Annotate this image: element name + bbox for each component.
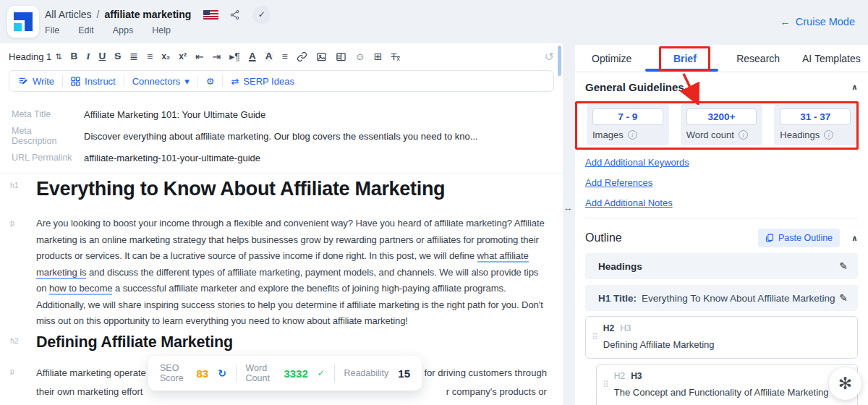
- app-logo[interactable]: [7, 6, 39, 38]
- outline-headings-row[interactable]: Headings ✎: [585, 253, 858, 279]
- outline-card-h2[interactable]: ⠿ H2 H3 Defining Affiliate Marketing: [585, 316, 858, 359]
- word-count-target-input[interactable]: 3200+: [686, 108, 757, 125]
- ordered-list-button[interactable]: ≣: [129, 51, 138, 61]
- info-icon[interactable]: i: [628, 130, 637, 140]
- highlight-button[interactable]: A: [265, 51, 273, 61]
- edit-pencil-icon[interactable]: ✎: [839, 260, 848, 272]
- h2-level-toggle[interactable]: H2: [614, 371, 625, 381]
- outline-card-title[interactable]: Defining Affiliate Marketing: [603, 339, 848, 350]
- breadcrumb-all-articles[interactable]: All Articles: [45, 9, 92, 20]
- headings-range-input[interactable]: 31 - 37: [780, 108, 851, 125]
- guideline-card-headings: 31 - 37 Headings i: [774, 104, 856, 145]
- outline-card-title[interactable]: The Concept and Functionality of Affilia…: [614, 387, 848, 398]
- link-button[interactable]: [297, 51, 307, 62]
- menu-file[interactable]: File: [45, 25, 59, 35]
- outline-h1-title-row[interactable]: H1 Title: Everything To Know About Affil…: [585, 285, 858, 311]
- drag-handle-icon[interactable]: ⠿: [603, 380, 609, 390]
- h2-block-marker: h2: [0, 333, 36, 351]
- menu-edit[interactable]: Edit: [78, 25, 94, 35]
- h3-level-toggle[interactable]: H3: [631, 371, 642, 381]
- gear-icon: ⚙: [206, 76, 215, 87]
- breadcrumb-document-title[interactable]: affiliate marketing: [104, 9, 191, 20]
- openai-chatgpt-button[interactable]: ✻: [829, 367, 861, 400]
- info-icon[interactable]: i: [824, 130, 833, 140]
- p2-text: Affiliate marketing operate: [36, 364, 146, 383]
- settings-button[interactable]: ⚙: [206, 76, 215, 87]
- superscript-button[interactable]: x²: [179, 52, 187, 61]
- block-format-select[interactable]: Heading 1 ⇅: [9, 51, 62, 62]
- document-h1[interactable]: Everything to Know About Affiliate Marke…: [36, 178, 445, 200]
- instruct-icon: [71, 77, 80, 86]
- meta-title-value[interactable]: Affiliate Marketing 101: Your Ultimate G…: [72, 109, 265, 120]
- meta-title-row[interactable]: Meta Title Affiliate Marketing 101: Your…: [0, 103, 563, 125]
- align-button[interactable]: ≡: [281, 51, 287, 61]
- guideline-card-images: 7 - 9 Images i: [587, 104, 669, 145]
- tab-ai-templates[interactable]: AI Templates: [795, 45, 868, 72]
- inline-link-how-to-become[interactable]: how to become: [49, 283, 113, 295]
- panel-resize-handle[interactable]: ↔: [562, 202, 574, 213]
- ai-toolbar: Write Instruct Connectors ▾ ⚙ ⇄ SERP Ide…: [9, 70, 554, 92]
- paste-outline-button[interactable]: Paste Outline: [758, 229, 840, 247]
- url-permalink-value[interactable]: affiliate-marketing-101-your-ultimate-gu…: [72, 153, 260, 163]
- video-embed-button[interactable]: [336, 51, 346, 62]
- readability-label: Readability: [344, 368, 388, 378]
- connectors-dropdown[interactable]: Connectors ▾: [132, 76, 190, 87]
- divider: [236, 364, 237, 382]
- h2-level-toggle[interactable]: H2: [603, 323, 614, 333]
- h1-block-marker: h1: [0, 178, 36, 200]
- indent-button[interactable]: ⇥: [213, 51, 221, 61]
- chevron-up-icon[interactable]: ∧: [851, 82, 858, 92]
- chevron-up-icon[interactable]: ∧: [851, 234, 858, 243]
- serp-ideas-button[interactable]: ⇄ SERP Ideas: [231, 76, 294, 87]
- history-icon[interactable]: ↺: [545, 50, 554, 64]
- instruct-button[interactable]: Instruct: [71, 76, 116, 87]
- outdent-button[interactable]: ⇤: [195, 51, 204, 61]
- menu-apps[interactable]: Apps: [113, 25, 134, 35]
- edit-pencil-icon[interactable]: ✎: [839, 292, 848, 304]
- tab-optimize[interactable]: Optimize: [575, 45, 648, 72]
- subscript-button[interactable]: x₂: [161, 52, 170, 61]
- headings-target-label: Headings: [780, 129, 820, 140]
- text-color-button[interactable]: A: [249, 51, 256, 61]
- meta-description-value[interactable]: Discover everything about affiliate mark…: [72, 131, 478, 142]
- url-permalink-row[interactable]: URL Permalink affiliate-marketing-101-yo…: [0, 147, 563, 169]
- menu-help[interactable]: Help: [152, 25, 171, 35]
- document-paragraph-1[interactable]: Are you looking to boost your income thr…: [36, 216, 547, 330]
- add-additional-notes-link[interactable]: Add Additional Notes: [585, 197, 858, 208]
- tab-research[interactable]: Research: [722, 45, 795, 72]
- emoji-button[interactable]: ☺: [355, 51, 365, 61]
- outline-card-h3[interactable]: ⠿ H2 H3 The Concept and Functionality of…: [596, 364, 858, 405]
- bold-button[interactable]: B: [71, 51, 78, 61]
- add-references-link[interactable]: Add References: [585, 177, 858, 188]
- meta-description-label: Meta Description: [0, 126, 72, 146]
- info-icon[interactable]: i: [739, 130, 748, 140]
- text-direction-button[interactable]: ▸¶: [229, 51, 240, 61]
- meta-description-row[interactable]: Meta Description Discover everything abo…: [0, 125, 563, 147]
- refresh-icon[interactable]: ↻: [218, 367, 226, 379]
- drag-handle-icon[interactable]: ⠿: [592, 332, 598, 342]
- cruise-mode-link[interactable]: ← Cruise Mode: [780, 16, 855, 27]
- editor-scrollbar[interactable]: [558, 46, 561, 76]
- strikethrough-button[interactable]: S: [114, 51, 121, 61]
- add-additional-keywords-link[interactable]: Add Additional Keywords: [585, 157, 858, 168]
- h1-title-value: Everything To Know About Affiliate Marke…: [642, 293, 835, 304]
- write-button[interactable]: Write: [18, 76, 54, 87]
- underline-button[interactable]: U: [99, 51, 106, 61]
- divider: [62, 75, 63, 87]
- h3-level-toggle[interactable]: H3: [620, 323, 631, 333]
- bullet-list-button[interactable]: ≡: [147, 51, 153, 61]
- meta-section: Meta Title Affiliate Marketing 101: Your…: [0, 103, 563, 174]
- table-button[interactable]: ⊞: [374, 51, 383, 61]
- document-h2[interactable]: Defining Affiliate Marketing: [36, 333, 233, 351]
- images-label: Images: [592, 129, 624, 140]
- openai-icon: ✻: [838, 374, 852, 393]
- share-icon[interactable]: [229, 9, 240, 20]
- us-flag-icon[interactable]: [203, 10, 218, 20]
- italic-button[interactable]: I: [86, 51, 90, 61]
- tab-brief[interactable]: Brief: [648, 45, 721, 72]
- clear-format-button[interactable]: Tₓ: [391, 52, 400, 61]
- right-panel: Optimize Brief Research AI Templates Gen…: [575, 45, 868, 405]
- general-guidelines-header: General Guidelines ∧: [585, 78, 858, 95]
- images-range-input[interactable]: 7 - 9: [592, 108, 663, 125]
- image-button[interactable]: [316, 51, 327, 62]
